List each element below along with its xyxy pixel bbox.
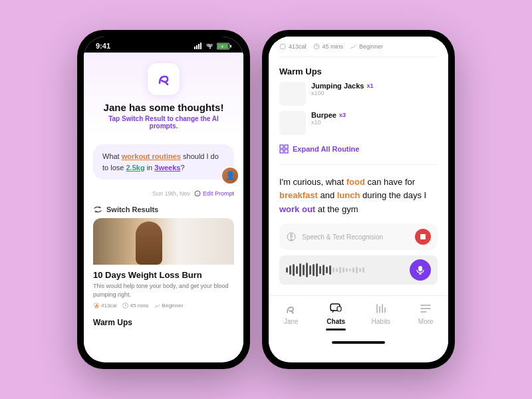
wave-4 <box>296 266 298 274</box>
weight-highlight: 2.5kg <box>126 164 144 172</box>
avatar-face: 👤 <box>222 168 238 184</box>
workout-stats-top: 413cal 45 mins Beginner <box>279 43 438 57</box>
svg-rect-21 <box>280 145 283 148</box>
greeting-sub: Tap Switch Result to change the AI promp… <box>97 115 230 130</box>
user-avatar: 👤 <box>221 166 239 185</box>
more-nav-icon <box>418 301 433 316</box>
exercise-badge-1: x1 <box>366 82 373 89</box>
svg-rect-0 <box>194 47 196 49</box>
expand-icon <box>279 144 289 154</box>
more-icon <box>419 302 432 315</box>
svg-text:🔥: 🔥 <box>94 304 99 309</box>
svg-rect-24 <box>285 150 288 153</box>
mic-icon <box>416 265 425 275</box>
chat-bubble-container: What workout routines should I do to los… <box>84 138 243 186</box>
duration-stat: 45 mins <box>122 303 149 309</box>
mic-button[interactable] <box>410 259 431 281</box>
exercise-count-1: x100 <box>311 90 438 96</box>
workout-image <box>93 218 234 265</box>
exercise-name-2: Burpee x3 <box>311 111 438 119</box>
wave-23 <box>359 268 361 272</box>
left-content: Jane has some thoughts! Tap Switch Resul… <box>84 53 243 360</box>
wave-7 <box>306 263 308 277</box>
nav-item-jane[interactable]: Jane <box>269 301 314 331</box>
svg-rect-32 <box>337 307 341 311</box>
ai-response: I'm curious, what food can have for brea… <box>269 169 448 295</box>
expand-label: Expand All Routine <box>293 145 359 153</box>
workout-highlight-r: work out <box>279 204 315 214</box>
right-level-val: Beginner <box>359 43 383 50</box>
expand-btn[interactable]: Expand All Routine <box>279 140 438 158</box>
svg-rect-2 <box>198 44 200 49</box>
svg-rect-7 <box>230 45 231 47</box>
edit-prompt-btn[interactable]: i Edit Prompt <box>194 190 234 197</box>
chats-nav-icon <box>329 301 343 316</box>
bottom-nav: Jane Chats <box>269 295 448 338</box>
right-duration: 45 mins <box>313 43 344 50</box>
workout-card[interactable]: 10 Days Weight Loss Burn This would help… <box>93 218 234 311</box>
wave-5 <box>299 263 301 277</box>
lunch-highlight: lunch <box>337 190 360 200</box>
right-level: Beginner <box>350 43 383 50</box>
wave-10 <box>316 263 318 277</box>
wave-13 <box>326 267 328 273</box>
nav-item-chats[interactable]: Chats <box>314 301 359 331</box>
wave-18 <box>342 267 344 273</box>
level-val: Beginner <box>162 303 184 309</box>
workout-highlight: workout routines <box>122 152 181 160</box>
workout-title: 10 Days Weight Loss Burn <box>93 270 234 280</box>
wave-20 <box>349 269 351 271</box>
phone-right: 413cal 45 mins Beginner Warm Up <box>262 30 455 369</box>
edit-icon: i <box>194 190 201 197</box>
svg-rect-3 <box>200 43 201 49</box>
duration-val: 45 mins <box>130 303 149 309</box>
person-silhouette <box>136 221 162 265</box>
switch-icon <box>93 205 102 214</box>
nav-item-more[interactable]: More <box>404 301 449 331</box>
svg-text:i: i <box>197 192 198 196</box>
switch-label: Switch Results <box>106 205 158 213</box>
workout-image-inner <box>93 218 234 265</box>
wave-1 <box>286 267 288 273</box>
habits-nav-icon <box>374 301 388 316</box>
stop-button[interactable] <box>415 229 431 245</box>
clock-icon-right <box>313 43 320 50</box>
right-scroll: 413cal 45 mins Beginner Warm Up <box>269 37 448 169</box>
home-indicator <box>332 341 385 344</box>
wave-19 <box>346 268 348 272</box>
warm-ups-title: Warm Ups <box>93 318 234 327</box>
workout-desc: This would help tone your body, and get … <box>93 282 234 299</box>
exercise-item-2: Burpee x3 x10 <box>279 111 438 135</box>
right-content: 413cal 45 mins Beginner Warm Up <box>269 37 448 344</box>
ai-text: I'm curious, what food can have for brea… <box>279 176 438 217</box>
chats-icon <box>329 302 342 315</box>
time-highlight: 3weeks <box>154 164 180 172</box>
warm-up-title-right: Warm Ups <box>279 66 438 76</box>
wifi-icon <box>206 43 214 49</box>
habits-icon <box>374 302 388 315</box>
greeting-title: Jane has some thoughts! <box>104 102 224 113</box>
wave-6 <box>303 265 305 275</box>
fire-icon-right <box>279 43 286 50</box>
wave-24 <box>362 267 364 273</box>
nav-item-habits[interactable]: Habits <box>358 301 404 331</box>
speech-icon <box>286 231 297 242</box>
exercise-thumb-2 <box>279 111 306 135</box>
wave-2 <box>289 265 291 275</box>
exercise-name-1: Jumping Jacks x1 <box>311 82 438 90</box>
level-icon-right <box>350 43 356 50</box>
switch-results[interactable]: Switch Results <box>84 201 243 218</box>
exercise-item-1: Jumping Jacks x1 x100 <box>279 82 438 106</box>
time-left: 9:41 <box>96 42 110 50</box>
switch-text[interactable]: Switch Result <box>122 115 166 122</box>
tap-text: Tap <box>108 115 120 122</box>
signal-icon <box>194 43 203 49</box>
breakfast-highlight: breakfast <box>279 190 318 200</box>
phones-container: 9:41 <box>77 30 455 369</box>
wave-17 <box>339 267 341 273</box>
waveform <box>286 262 406 278</box>
right-calories: 413cal <box>279 43 307 50</box>
wave-12 <box>323 265 325 275</box>
wave-3 <box>293 264 295 276</box>
stop-icon <box>420 234 426 239</box>
